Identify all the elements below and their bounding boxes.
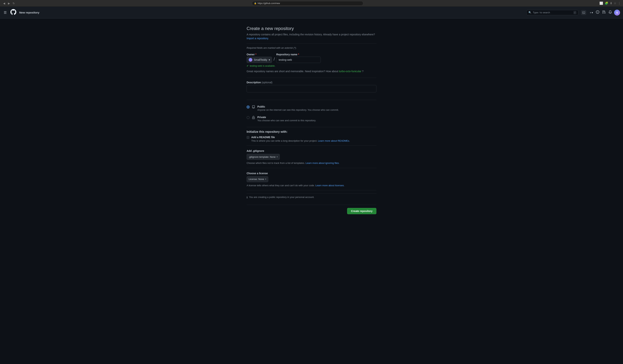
browser-controls: ◀ ▶ ↻ <box>2 1 16 5</box>
repo-name-field-group: Repository name * <box>276 53 321 63</box>
owner-required-star: * <box>255 53 256 56</box>
required-note: Required fields are marked with an aster… <box>247 46 376 49</box>
avatar[interactable]: S <box>614 10 620 16</box>
public-notice-text: You are creating a public repository in … <box>249 196 314 199</box>
availability-message: ✔ testing-web is available. <box>247 64 376 67</box>
create-repository-button[interactable]: Create repository <box>347 208 376 214</box>
notifications-icon[interactable] <box>608 10 613 15</box>
info-icon: ℹ <box>247 196 247 199</box>
github-logo[interactable] <box>10 9 16 16</box>
import-link[interactable]: Import a repository. <box>247 37 269 40</box>
license-caret-icon: ▾ <box>265 178 266 180</box>
extensions-icon[interactable]: 🧩 <box>605 1 608 5</box>
readme-option: Add a README file This is where you can … <box>247 136 376 142</box>
pull-requests-icon[interactable] <box>601 10 606 15</box>
visibility-section: Public Anyone on the internet can see th… <box>247 103 376 124</box>
public-option[interactable]: Public Anyone on the internet can see th… <box>247 103 376 114</box>
section-divider-6 <box>247 190 376 190</box>
description-label: Description (optional) <box>247 81 376 84</box>
gitignore-caret-icon: ▾ <box>277 156 278 158</box>
readme-learn-more-link[interactable]: Learn more about READMEs. <box>318 140 350 142</box>
terminal-icon[interactable] <box>581 10 586 15</box>
page-title: Create a new repository <box>247 26 376 31</box>
repo-name-input[interactable] <box>276 57 321 63</box>
menu-icon[interactable]: ⋮ <box>618 1 621 5</box>
readme-info: Add a README file This is where you can … <box>251 136 350 142</box>
public-title: Public <box>257 105 339 108</box>
check-icon: ✔ <box>247 64 249 67</box>
private-info: Private You choose who can see and commi… <box>257 116 316 122</box>
section-divider-3 <box>247 127 376 127</box>
gitignore-dropdown[interactable]: .gitignore template: None ▾ <box>247 154 280 160</box>
license-dropdown[interactable]: License: None ▾ <box>247 176 268 182</box>
cast-icon[interactable]: ⬜ <box>600 1 603 5</box>
public-info: Public Anyone on the internet can see th… <box>257 105 339 111</box>
private-option[interactable]: Private You choose who can see and commi… <box>247 114 376 124</box>
page-header-title: New repository <box>19 11 39 14</box>
search-placeholder: Type / to search <box>533 11 572 14</box>
global-search[interactable]: 🔍 Type / to search / <box>526 10 578 15</box>
repo-suggestion-link[interactable]: turbo-octo-funicular <box>339 70 361 73</box>
header-actions: + ▾ S <box>589 10 620 16</box>
hamburger-icon[interactable]: ☰ <box>3 10 7 15</box>
license-description: A license tells others what they can and… <box>247 184 376 187</box>
lock-icon <box>252 116 255 120</box>
section-divider-5 <box>247 168 376 168</box>
license-dropdown-label: License: None <box>249 178 264 181</box>
forward-button[interactable]: ▶ <box>7 1 11 5</box>
gitignore-description: Choose which files not to track from a l… <box>247 161 376 165</box>
lock-icon: 🔒 <box>254 2 257 4</box>
plus-menu-button[interactable]: + ▾ <box>590 11 593 14</box>
license-section: Choose a license License: None ▾ A licen… <box>247 172 376 187</box>
owner-selector[interactable]: SmallTeddy ▾ <box>247 57 272 63</box>
license-learn-more-link[interactable]: Learn more about licenses. <box>315 184 345 187</box>
subtitle-text: A repository contains all project files,… <box>247 33 375 36</box>
create-button-row: Create repository <box>247 205 376 214</box>
availability-text: testing-web is available. <box>250 64 275 67</box>
url-text: https://github.com/new <box>258 2 280 5</box>
public-description: Anyone on the internet can see this repo… <box>257 108 339 111</box>
private-title: Private <box>257 116 316 119</box>
owner-avatar <box>249 58 252 62</box>
address-bar[interactable]: 🔒 https://github.com/new <box>252 1 363 5</box>
init-section: Initialize this repository with: Add a R… <box>247 130 376 142</box>
gitignore-section: Add .gitignore .gitignore template: None… <box>247 149 376 165</box>
page-subtitle: A repository contains all project files,… <box>247 33 376 40</box>
init-section-title: Initialize this repository with: <box>247 130 376 134</box>
caret-icon: ▾ <box>592 11 593 14</box>
readme-checkbox[interactable] <box>247 136 249 139</box>
slash-kbd: / <box>574 11 576 14</box>
repo-icon <box>252 105 255 110</box>
plus-icon: + <box>590 11 591 14</box>
owner-field-group: Owner * SmallTeddy ▾ <box>247 53 272 63</box>
new-repo-icon[interactable]: + ▾ <box>589 10 594 15</box>
refresh-button[interactable]: ↻ <box>12 1 16 5</box>
owner-label: Owner * <box>247 53 272 56</box>
issues-icon[interactable] <box>595 10 600 15</box>
private-radio[interactable] <box>247 116 250 119</box>
page-content: Create a new repository A repository con… <box>243 19 380 225</box>
header-divider <box>247 43 376 43</box>
license-title: Choose a license <box>247 172 376 175</box>
browser-actions: ⬜ 🧩 ⬇ ☆ ⋮ <box>600 1 621 5</box>
description-section: Description (optional) <box>247 81 376 97</box>
browser-bar: ◀ ▶ ↻ 🔒 https://github.com/new ⬜ 🧩 ⬇ ☆ ⋮ <box>0 0 623 7</box>
description-optional: (optional) <box>262 81 272 84</box>
owner-repo-row: Owner * SmallTeddy ▾ / Repository name * <box>247 53 376 63</box>
section-divider-2 <box>247 100 376 100</box>
download-icon[interactable]: ⬇ <box>610 1 612 5</box>
readme-title: Add a README file <box>251 136 350 139</box>
section-divider-1 <box>247 78 376 78</box>
public-radio[interactable] <box>247 105 250 108</box>
owner-dropdown-caret: ▾ <box>269 58 270 61</box>
readme-description: This is where you can write a long descr… <box>251 139 350 142</box>
repo-name-label: Repository name * <box>276 53 321 56</box>
gitignore-dropdown-label: .gitignore template: None <box>249 156 275 158</box>
search-icon: 🔍 <box>529 11 532 14</box>
bookmark-icon[interactable]: ☆ <box>614 1 616 5</box>
repo-name-required-star: * <box>298 53 299 56</box>
gitignore-learn-more-link[interactable]: Learn more about ignoring files. <box>306 162 339 164</box>
back-button[interactable]: ◀ <box>2 1 6 5</box>
private-description: You choose who can see and commit to thi… <box>257 119 316 122</box>
description-input[interactable] <box>247 85 376 92</box>
